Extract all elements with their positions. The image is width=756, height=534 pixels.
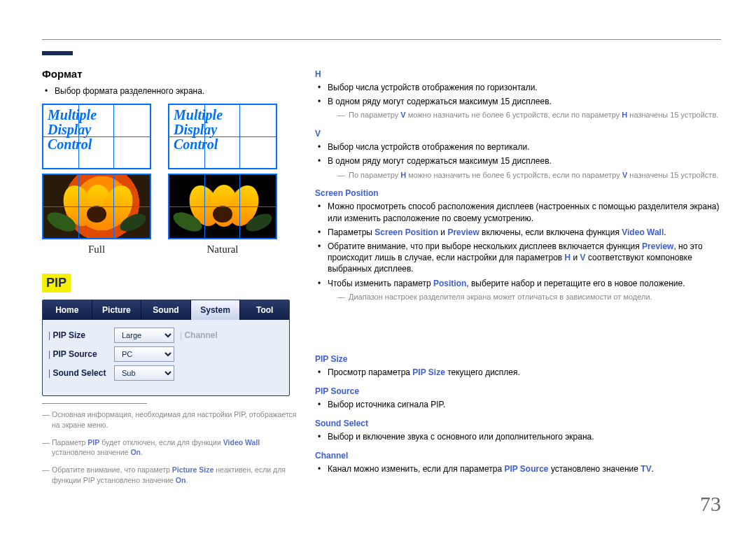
flower-full-thumb [42, 174, 151, 239]
format-heading: Формат [42, 68, 301, 80]
pipsource-b1: Выбор источника сигнала PIP. [315, 399, 721, 410]
caption-full: Full [42, 244, 151, 255]
group-sound-select: Sound Select Выбор и включение звука с о… [315, 419, 721, 442]
v-b1: Выбор числа устройств отображения по вер… [315, 141, 721, 153]
group-pip-size: PIP Size Просмотр параметра PIP Size тек… [315, 354, 721, 378]
mdc-natural-thumb: MultipleDisplayControl [168, 104, 277, 169]
tab-tool[interactable]: Tool [240, 300, 289, 320]
tab-sound[interactable]: Sound [141, 300, 191, 320]
sp-b3: Обратите внимание, что при выборе нескол… [315, 241, 721, 275]
mdc-text: MultipleDisplayControl [174, 108, 223, 152]
v-heading: V [315, 129, 721, 139]
flower-row: Full Natural [42, 174, 301, 255]
tab-system[interactable]: System [191, 300, 241, 320]
tab-picture[interactable]: Picture [92, 300, 142, 320]
sound-select-select[interactable]: Sub [114, 365, 174, 381]
pip-settings-panel: Home Picture Sound System Tool PIP Size … [42, 300, 290, 396]
sound-select-label: Sound Select [48, 368, 114, 378]
v-note: По параметру H можно назначить не более … [328, 170, 721, 181]
soundselect-heading: Sound Select [315, 419, 721, 428]
group-h: H Выбор числа устройств отображения по г… [315, 69, 721, 120]
page-number: 73 [700, 492, 721, 516]
mdc-row: MultipleDisplayControl MultipleDisplayCo… [42, 104, 301, 169]
h-heading: H [315, 69, 721, 79]
sp-b1: Можно просмотреть способ расположения ди… [315, 201, 721, 223]
pipsize-b1: Просмотр параметра PIP Size текущего дис… [315, 367, 721, 378]
pip-heading-badge: PIP [42, 274, 71, 293]
sp-b2: Параметры Screen Position и Preview вклю… [315, 227, 721, 238]
footnotes: Основная информация, необходимая для нас… [42, 403, 301, 485]
flower-natural-thumb [168, 174, 277, 239]
group-pip-source: PIP Source Выбор источника сигнала PIP. [315, 386, 721, 410]
h-b2: В одном ряду могут содержаться максимум … [315, 96, 721, 120]
mdc-full-thumb: MultipleDisplayControl [42, 104, 151, 169]
right-column: H Выбор числа устройств отображения по г… [315, 68, 721, 492]
pipsize-heading: PIP Size [315, 354, 721, 364]
pip-source-select[interactable]: PC [114, 346, 174, 362]
h-b1: Выбор числа устройств отображения по гор… [315, 82, 721, 93]
tab-home[interactable]: Home [43, 300, 92, 320]
mdc-text: MultipleDisplayControl [48, 108, 97, 152]
soundselect-b1: Выбор и включение звука с основного или … [315, 431, 721, 442]
pip-source-label: PIP Source [48, 349, 114, 359]
left-column: Формат Выбор формата разделенного экрана… [42, 68, 315, 492]
channel-heading: Channel [315, 451, 721, 461]
group-screen-position: Screen Position Можно просмотреть способ… [315, 188, 721, 302]
pip-size-label: PIP Size [48, 330, 114, 340]
h-note: По параметру V можно назначить не более … [328, 110, 721, 120]
channel-b1: Канал можно изменить, если для параметра… [315, 463, 721, 475]
page: Формат Выбор формата разделенного экрана… [0, 0, 756, 492]
group-v: V Выбор числа устройств отображения по в… [315, 129, 721, 180]
top-rule [42, 39, 721, 40]
footnote-3: Обратите внимание, что параметр Picture … [42, 465, 301, 485]
pipsource-heading: PIP Source [315, 386, 721, 396]
sp-b4: Чтобы изменить параметр Position, выбери… [315, 278, 721, 302]
sp-heading: Screen Position [315, 188, 721, 198]
footnote-2: Параметр PIP будет отключен, если для фу… [42, 437, 301, 458]
pip-size-select[interactable]: Large [114, 328, 174, 343]
channel-label-disabled: Channel [180, 330, 232, 340]
sp-note: Диапазон настроек разделителя экрана мож… [328, 292, 721, 302]
v-b2: В одном ряду могут содержаться максимум … [315, 155, 721, 180]
group-channel: Channel Канал можно изменить, если для п… [315, 451, 721, 475]
caption-natural: Natural [168, 244, 277, 255]
format-desc: Выбор формата разделенного экрана. [42, 85, 301, 97]
footnote-1: Основная информация, необходимая для нас… [42, 409, 301, 430]
